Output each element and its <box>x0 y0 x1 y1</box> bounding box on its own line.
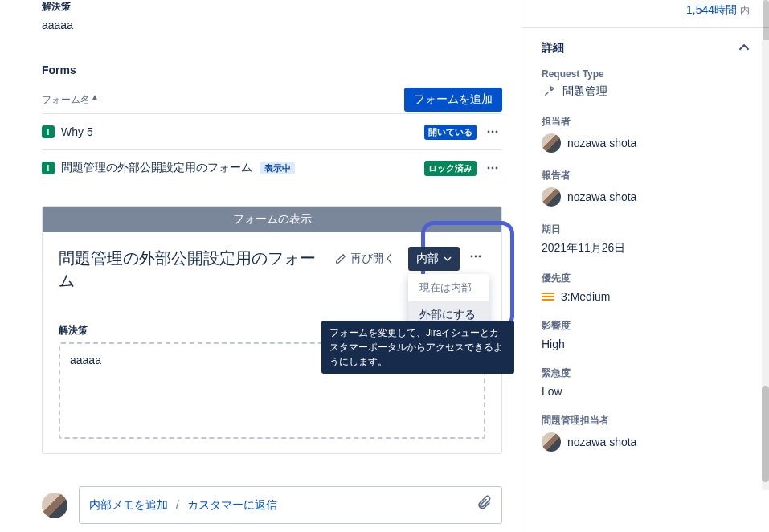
reply-customer-link[interactable]: カスタマーに返信 <box>187 498 277 511</box>
more-icon[interactable] <box>483 122 502 141</box>
paperclip-icon <box>476 495 492 511</box>
form-display-panel: フォームの表示 問題管理の外部公開設定用のフォーム 再び開く 内部 <box>42 206 502 454</box>
reopen-button[interactable]: 再び開く <box>329 247 402 271</box>
details-sidebar: 1,544時間 内 詳細 Request Type 問題管理 <box>522 0 769 532</box>
urgency-value[interactable]: Low <box>542 385 750 398</box>
reporter-value[interactable]: nozawa shota <box>542 187 750 207</box>
resolution-label: 解決策 <box>42 0 502 14</box>
priority-label: 優先度 <box>542 272 750 285</box>
chevron-down-icon <box>444 255 452 263</box>
attachment-icon[interactable] <box>476 495 492 515</box>
urgency-label: 緊急度 <box>542 366 750 380</box>
avatar <box>542 133 561 153</box>
priority-value[interactable]: 3:Medium <box>542 290 750 303</box>
form-row-name: 問題管理の外部公開設定用のフォーム 表示中 <box>61 161 418 175</box>
assignee-label: 担当者 <box>542 115 750 129</box>
sla-block: 1,544時間 内 <box>522 0 769 27</box>
problem-manager-label: 問題管理担当者 <box>542 414 750 428</box>
due-date-label: 期日 <box>542 223 750 236</box>
form-display-header: フォームの表示 <box>43 207 501 232</box>
svg-point-7 <box>475 256 477 258</box>
avatar <box>542 187 561 207</box>
page-scrollbar[interactable] <box>762 40 769 490</box>
svg-point-6 <box>471 256 473 258</box>
main-content: 解決策 aaaaa Forms フォーム名▲ フォームを追加 I Why 5 開… <box>0 0 522 532</box>
avatar <box>42 493 67 518</box>
add-internal-note-link[interactable]: 内部メモを追加 <box>89 498 168 511</box>
comment-input[interactable]: 内部メモを追加 / カスタマーに返信 <box>79 486 502 524</box>
forms-heading: Forms <box>42 63 502 76</box>
more-icon[interactable] <box>483 158 502 178</box>
status-badge: ロック済み <box>424 161 477 176</box>
form-row-name: Why 5 <box>61 125 418 138</box>
ellipsis-icon <box>486 162 499 174</box>
impact-value[interactable]: High <box>542 338 750 350</box>
problem-manager-value[interactable]: nozawa shota <box>542 432 750 452</box>
svg-point-0 <box>488 131 490 133</box>
due-date-value[interactable]: 2021年11月26日 <box>542 241 750 256</box>
impact-label: 影響度 <box>542 319 750 333</box>
ellipsis-icon <box>469 250 482 263</box>
ellipsis-icon <box>486 125 499 138</box>
wrench-icon <box>542 84 556 99</box>
pencil-icon <box>335 253 346 264</box>
showing-badge: 表示中 <box>260 162 295 174</box>
svg-point-2 <box>496 131 498 133</box>
visibility-tooltip: フォームを変更して、Jiraイシューとカスタマーポータルからアクセスできるように… <box>321 321 514 374</box>
chevron-up-icon <box>738 42 750 55</box>
reporter-label: 報告者 <box>542 169 750 182</box>
form-more-icon[interactable] <box>466 247 485 268</box>
priority-medium-icon <box>542 290 554 303</box>
request-type-value[interactable]: 問題管理 <box>542 84 750 99</box>
form-icon: I <box>42 162 55 174</box>
sort-asc-icon: ▲ <box>91 92 99 101</box>
visibility-dropdown[interactable]: 内部 現在は内部 外部にする <box>408 247 460 271</box>
details-header[interactable]: 詳細 <box>522 28 769 68</box>
sla-value[interactable]: 1,544時間 <box>686 3 737 16</box>
form-icon: I <box>42 125 55 138</box>
add-form-button[interactable]: フォームを追加 <box>404 88 502 112</box>
svg-point-4 <box>492 167 494 170</box>
form-row[interactable]: I Why 5 開いている <box>42 114 502 150</box>
svg-point-3 <box>488 167 490 170</box>
avatar <box>542 432 561 452</box>
menu-current-state: 現在は内部 <box>408 274 489 301</box>
form-title: 問題管理の外部公開設定用のフォーム <box>59 247 322 292</box>
form-name-col-header[interactable]: フォーム名▲ <box>42 92 99 107</box>
status-badge: 開いている <box>424 125 477 140</box>
svg-point-1 <box>492 131 494 133</box>
request-type-label: Request Type <box>542 68 750 80</box>
svg-point-5 <box>496 167 498 170</box>
svg-point-8 <box>479 256 481 258</box>
resolution-value: aaaaa <box>42 18 502 31</box>
visibility-button[interactable]: 内部 <box>408 247 460 271</box>
form-row[interactable]: I 問題管理の外部公開設定用のフォーム 表示中 ロック済み <box>42 150 502 186</box>
assignee-value[interactable]: nozawa shota <box>542 133 750 153</box>
